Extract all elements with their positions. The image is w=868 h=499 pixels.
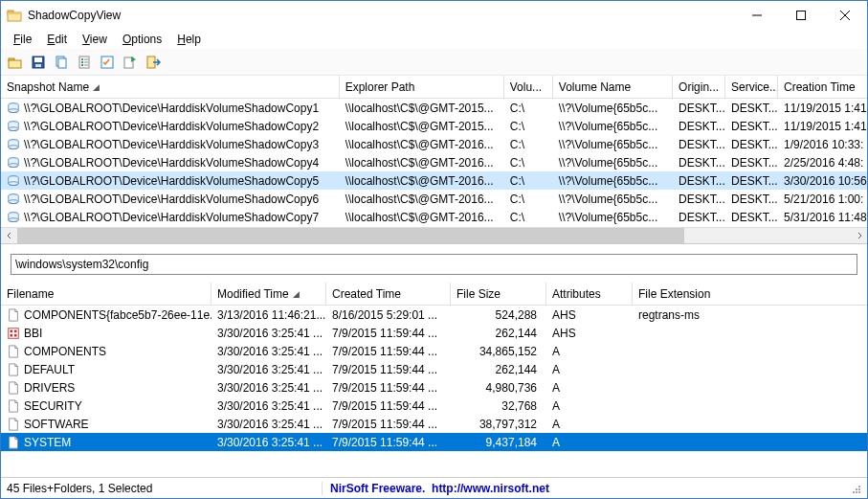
svg-rect-11 <box>35 64 41 67</box>
file-row[interactable]: COMPONENTS3/30/2016 3:25:41 ...7/9/2015 … <box>1 342 867 360</box>
toolbar-refresh-icon[interactable] <box>122 54 139 71</box>
svg-rect-43 <box>11 333 13 336</box>
svg-rect-19 <box>81 64 83 66</box>
file-row[interactable]: BBI3/30/2016 3:25:41 ...7/9/2015 11:59:4… <box>1 324 867 342</box>
snapshot-row[interactable]: \\?\GLOBALROOT\Device\HarddiskVolumeShad… <box>1 135 867 153</box>
snapshot-list-body[interactable]: \\?\GLOBALROOT\Device\HarddiskVolumeShad… <box>1 99 867 227</box>
col-creation-time[interactable]: Creation Time <box>778 76 867 98</box>
svg-rect-8 <box>9 60 21 68</box>
svg-rect-17 <box>81 61 83 63</box>
disk-icon <box>7 138 20 151</box>
scrollbar-thumb[interactable] <box>17 228 684 244</box>
titlebar[interactable]: ShadowCopyView <box>1 1 867 30</box>
file-row[interactable]: DRIVERS3/30/2016 3:25:41 ...7/9/2015 11:… <box>1 378 867 397</box>
file-icon <box>7 345 20 358</box>
menu-file[interactable]: File <box>7 31 38 48</box>
svg-point-50 <box>858 486 860 488</box>
svg-point-48 <box>858 488 860 490</box>
svg-rect-13 <box>58 58 66 68</box>
file-icon <box>7 308 20 322</box>
file-row[interactable]: SECURITY3/30/2016 3:25:41 ...7/9/2015 11… <box>1 397 867 415</box>
nirsoft-link[interactable]: NirSoft Freeware. http://www.nirsoft.net <box>330 482 549 495</box>
disk-icon <box>7 156 20 170</box>
app-window: ShadowCopyView File Edit View Options He… <box>0 0 868 499</box>
snapshot-row[interactable]: \\?\GLOBALROOT\Device\HarddiskVolumeShad… <box>1 190 867 208</box>
snapshot-row[interactable]: \\?\GLOBALROOT\Device\HarddiskVolumeShad… <box>1 153 867 171</box>
disk-icon <box>7 211 20 224</box>
col-file-extension[interactable]: File Extension <box>633 283 757 305</box>
file-row[interactable]: SOFTWARE3/30/2016 3:25:41 ...7/9/2015 11… <box>1 415 867 433</box>
snapshot-list: Snapshot Name◢ Explorer Path Volu... Vol… <box>1 76 867 244</box>
svg-rect-10 <box>34 57 42 62</box>
file-list: Filename Modified Time◢ Created Time Fil… <box>1 283 867 477</box>
status-credit: NirSoft Freeware. http://www.nirsoft.net <box>323 482 846 495</box>
file-row[interactable]: COMPONENTS{fabce5b7-26ee-11e...3/13/2016… <box>1 306 867 324</box>
scroll-right-icon[interactable] <box>851 228 867 244</box>
snapshot-row[interactable]: \\?\GLOBALROOT\Device\HarddiskVolumeShad… <box>1 117 867 135</box>
menu-help[interactable]: Help <box>170 31 208 48</box>
close-button[interactable] <box>823 1 867 30</box>
svg-point-47 <box>853 491 855 493</box>
col-attributes[interactable]: Attributes <box>546 283 633 305</box>
file-icon <box>7 327 20 340</box>
path-row <box>1 244 867 283</box>
svg-rect-2 <box>8 12 21 14</box>
toolbar-options-icon[interactable] <box>99 54 116 71</box>
svg-rect-15 <box>81 58 83 60</box>
file-icon <box>7 363 20 376</box>
svg-point-49 <box>856 488 857 490</box>
menubar: File Edit View Options Help <box>1 30 867 49</box>
toolbar <box>1 49 867 76</box>
svg-rect-4 <box>797 11 806 20</box>
window-controls <box>735 1 867 30</box>
disk-icon <box>7 102 20 115</box>
app-icon <box>7 8 22 23</box>
file-list-body[interactable]: COMPONENTS{fabce5b7-26ee-11e...3/13/2016… <box>1 306 867 477</box>
col-filename[interactable]: Filename <box>1 283 211 305</box>
col-file-size[interactable]: File Size <box>451 283 546 305</box>
col-snapshot-name[interactable]: Snapshot Name◢ <box>1 76 340 98</box>
disk-icon <box>7 193 20 206</box>
horizontal-scrollbar[interactable] <box>1 227 867 243</box>
col-created-time[interactable]: Created Time <box>326 283 451 305</box>
menu-options[interactable]: Options <box>116 31 168 48</box>
svg-point-45 <box>858 491 860 493</box>
toolbar-exit-icon[interactable] <box>145 54 162 71</box>
menu-view[interactable]: View <box>76 31 114 48</box>
col-service[interactable]: Service... <box>725 76 778 98</box>
window-title: ShadowCopyView <box>28 9 735 22</box>
toolbar-properties-icon[interactable] <box>76 54 93 71</box>
file-row[interactable]: SYSTEM3/30/2016 3:25:41 ...7/9/2015 11:5… <box>1 433 867 451</box>
resize-grip-icon[interactable] <box>846 483 861 494</box>
snapshot-row[interactable]: \\?\GLOBALROOT\Device\HarddiskVolumeShad… <box>1 208 867 226</box>
file-icon <box>7 418 20 431</box>
file-list-header: Filename Modified Time◢ Created Time Fil… <box>1 283 867 306</box>
disk-icon <box>7 120 20 133</box>
col-volume-name[interactable]: Volume Name <box>553 76 673 98</box>
svg-rect-44 <box>14 333 17 336</box>
toolbar-open-icon[interactable] <box>7 54 24 71</box>
col-volume[interactable]: Volu... <box>504 76 553 98</box>
file-icon <box>7 399 20 413</box>
path-input[interactable] <box>11 254 857 275</box>
snapshot-row[interactable]: \\?\GLOBALROOT\Device\HarddiskVolumeShad… <box>1 99 867 117</box>
svg-rect-41 <box>11 329 13 332</box>
file-icon <box>7 436 20 449</box>
svg-rect-42 <box>14 329 17 332</box>
toolbar-copy-icon[interactable] <box>53 54 70 71</box>
statusbar: 45 Files+Folders, 1 Selected NirSoft Fre… <box>1 477 867 498</box>
file-icon <box>7 381 20 395</box>
disk-icon <box>7 174 20 188</box>
svg-point-46 <box>856 491 857 493</box>
file-row[interactable]: DEFAULT3/30/2016 3:25:41 ...7/9/2015 11:… <box>1 360 867 378</box>
snapshot-list-header: Snapshot Name◢ Explorer Path Volu... Vol… <box>1 76 867 99</box>
menu-edit[interactable]: Edit <box>40 31 74 48</box>
col-origin[interactable]: Origin... <box>673 76 725 98</box>
scroll-left-icon[interactable] <box>1 228 17 244</box>
snapshot-row[interactable]: \\?\GLOBALROOT\Device\HarddiskVolumeShad… <box>1 171 867 190</box>
minimize-button[interactable] <box>735 1 779 30</box>
col-modified-time[interactable]: Modified Time◢ <box>211 283 326 305</box>
col-explorer-path[interactable]: Explorer Path <box>340 76 504 98</box>
toolbar-save-icon[interactable] <box>30 54 47 71</box>
maximize-button[interactable] <box>779 1 823 30</box>
